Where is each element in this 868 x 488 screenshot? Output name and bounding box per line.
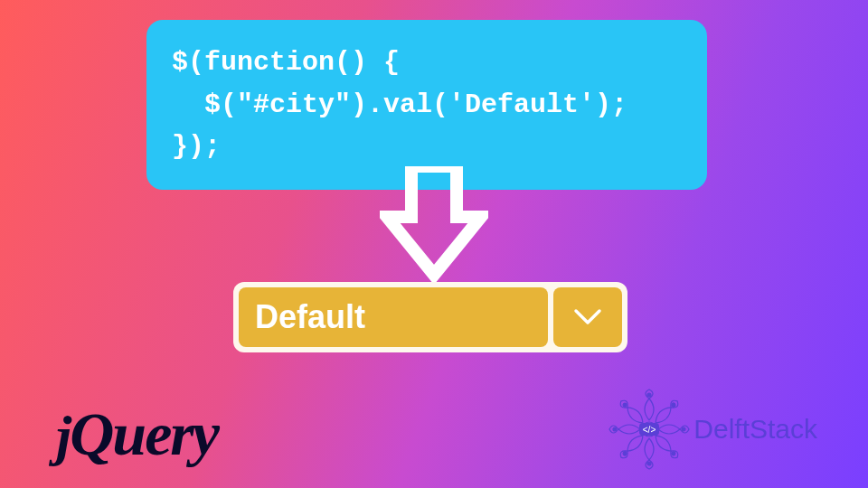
jquery-j: j	[56, 405, 70, 466]
svg-text:</>: </>	[643, 425, 656, 435]
dropdown-chevron-button[interactable]	[553, 287, 622, 347]
code-line-1: $(function() {	[172, 42, 682, 84]
delftstack-text: DelftStack	[693, 414, 817, 445]
jquery-logo: jQuery	[56, 399, 218, 470]
code-block: $(function() { $("#city").val('Default')…	[146, 20, 707, 190]
dropdown-selected-value: Default	[239, 287, 548, 347]
code-line-2: $("#city").val('Default');	[172, 84, 682, 127]
down-arrow-icon	[380, 166, 488, 282]
dropdown-label: Default	[255, 298, 365, 336]
delftstack-logo: </> DelftStack	[609, 389, 817, 470]
mandala-icon: </>	[609, 389, 690, 470]
chevron-down-icon	[572, 307, 603, 327]
code-line-3: });	[172, 126, 682, 168]
jquery-query: Query	[70, 399, 218, 468]
svg-point-1	[647, 393, 651, 397]
dropdown-select[interactable]: Default	[233, 282, 627, 352]
